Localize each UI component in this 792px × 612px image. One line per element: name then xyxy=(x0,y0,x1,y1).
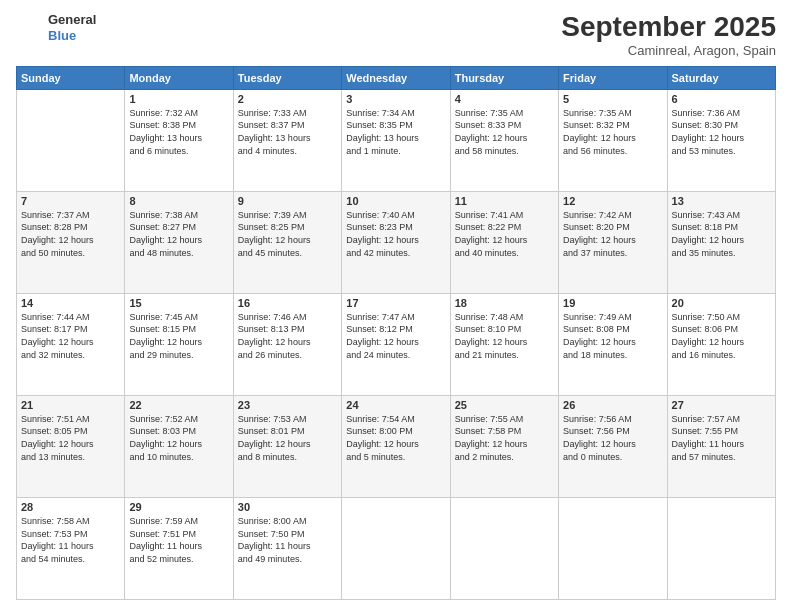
calendar-cell: 29Sunrise: 7:59 AM Sunset: 7:51 PM Dayli… xyxy=(125,497,233,599)
calendar-cell: 1Sunrise: 7:32 AM Sunset: 8:38 PM Daylig… xyxy=(125,89,233,191)
cell-info: Sunrise: 7:50 AM Sunset: 8:06 PM Dayligh… xyxy=(672,311,771,361)
cell-info: Sunrise: 7:52 AM Sunset: 8:03 PM Dayligh… xyxy=(129,413,228,463)
day-number: 15 xyxy=(129,297,228,309)
day-number: 10 xyxy=(346,195,445,207)
location: Caminreal, Aragon, Spain xyxy=(561,43,776,58)
calendar-week-1: 1Sunrise: 7:32 AM Sunset: 8:38 PM Daylig… xyxy=(17,89,776,191)
header: General Blue September 2025 Caminreal, A… xyxy=(16,12,776,58)
calendar-cell: 14Sunrise: 7:44 AM Sunset: 8:17 PM Dayli… xyxy=(17,293,125,395)
calendar-cell: 20Sunrise: 7:50 AM Sunset: 8:06 PM Dayli… xyxy=(667,293,775,395)
day-number: 18 xyxy=(455,297,554,309)
calendar-week-3: 14Sunrise: 7:44 AM Sunset: 8:17 PM Dayli… xyxy=(17,293,776,395)
day-number: 6 xyxy=(672,93,771,105)
calendar-cell: 6Sunrise: 7:36 AM Sunset: 8:30 PM Daylig… xyxy=(667,89,775,191)
calendar-cell: 11Sunrise: 7:41 AM Sunset: 8:22 PM Dayli… xyxy=(450,191,558,293)
calendar-cell: 15Sunrise: 7:45 AM Sunset: 8:15 PM Dayli… xyxy=(125,293,233,395)
day-number: 29 xyxy=(129,501,228,513)
day-number: 20 xyxy=(672,297,771,309)
cell-info: Sunrise: 7:53 AM Sunset: 8:01 PM Dayligh… xyxy=(238,413,337,463)
cell-info: Sunrise: 7:40 AM Sunset: 8:23 PM Dayligh… xyxy=(346,209,445,259)
calendar-cell xyxy=(17,89,125,191)
calendar-cell: 23Sunrise: 7:53 AM Sunset: 8:01 PM Dayli… xyxy=(233,395,341,497)
calendar-cell: 12Sunrise: 7:42 AM Sunset: 8:20 PM Dayli… xyxy=(559,191,667,293)
day-number: 17 xyxy=(346,297,445,309)
calendar-cell: 18Sunrise: 7:48 AM Sunset: 8:10 PM Dayli… xyxy=(450,293,558,395)
day-number: 4 xyxy=(455,93,554,105)
cell-info: Sunrise: 7:51 AM Sunset: 8:05 PM Dayligh… xyxy=(21,413,120,463)
calendar-week-5: 28Sunrise: 7:58 AM Sunset: 7:53 PM Dayli… xyxy=(17,497,776,599)
day-number: 26 xyxy=(563,399,662,411)
day-number: 1 xyxy=(129,93,228,105)
logo-line1: General xyxy=(48,12,96,28)
calendar-cell: 2Sunrise: 7:33 AM Sunset: 8:37 PM Daylig… xyxy=(233,89,341,191)
calendar-cell: 3Sunrise: 7:34 AM Sunset: 8:35 PM Daylig… xyxy=(342,89,450,191)
calendar-cell xyxy=(559,497,667,599)
day-number: 13 xyxy=(672,195,771,207)
day-header-saturday: Saturday xyxy=(667,66,775,89)
calendar-table: SundayMondayTuesdayWednesdayThursdayFrid… xyxy=(16,66,776,600)
cell-info: Sunrise: 7:42 AM Sunset: 8:20 PM Dayligh… xyxy=(563,209,662,259)
day-header-sunday: Sunday xyxy=(17,66,125,89)
calendar-cell: 30Sunrise: 8:00 AM Sunset: 7:50 PM Dayli… xyxy=(233,497,341,599)
title-block: September 2025 Caminreal, Aragon, Spain xyxy=(561,12,776,58)
cell-info: Sunrise: 7:37 AM Sunset: 8:28 PM Dayligh… xyxy=(21,209,120,259)
cell-info: Sunrise: 7:45 AM Sunset: 8:15 PM Dayligh… xyxy=(129,311,228,361)
cell-info: Sunrise: 7:47 AM Sunset: 8:12 PM Dayligh… xyxy=(346,311,445,361)
calendar-cell: 16Sunrise: 7:46 AM Sunset: 8:13 PM Dayli… xyxy=(233,293,341,395)
day-number: 5 xyxy=(563,93,662,105)
calendar-cell: 24Sunrise: 7:54 AM Sunset: 8:00 PM Dayli… xyxy=(342,395,450,497)
cell-info: Sunrise: 7:44 AM Sunset: 8:17 PM Dayligh… xyxy=(21,311,120,361)
day-number: 7 xyxy=(21,195,120,207)
day-number: 9 xyxy=(238,195,337,207)
calendar-cell: 22Sunrise: 7:52 AM Sunset: 8:03 PM Dayli… xyxy=(125,395,233,497)
cell-info: Sunrise: 7:54 AM Sunset: 8:00 PM Dayligh… xyxy=(346,413,445,463)
calendar-cell: 13Sunrise: 7:43 AM Sunset: 8:18 PM Dayli… xyxy=(667,191,775,293)
day-number: 19 xyxy=(563,297,662,309)
day-number: 24 xyxy=(346,399,445,411)
calendar-cell xyxy=(342,497,450,599)
calendar-header-row: SundayMondayTuesdayWednesdayThursdayFrid… xyxy=(17,66,776,89)
cell-info: Sunrise: 7:56 AM Sunset: 7:56 PM Dayligh… xyxy=(563,413,662,463)
calendar-cell: 21Sunrise: 7:51 AM Sunset: 8:05 PM Dayli… xyxy=(17,395,125,497)
cell-info: Sunrise: 7:38 AM Sunset: 8:27 PM Dayligh… xyxy=(129,209,228,259)
calendar-week-4: 21Sunrise: 7:51 AM Sunset: 8:05 PM Dayli… xyxy=(17,395,776,497)
day-number: 12 xyxy=(563,195,662,207)
day-number: 23 xyxy=(238,399,337,411)
cell-info: Sunrise: 7:35 AM Sunset: 8:32 PM Dayligh… xyxy=(563,107,662,157)
cell-info: Sunrise: 7:41 AM Sunset: 8:22 PM Dayligh… xyxy=(455,209,554,259)
logo-text: General Blue xyxy=(48,12,96,43)
cell-info: Sunrise: 7:48 AM Sunset: 8:10 PM Dayligh… xyxy=(455,311,554,361)
calendar-cell xyxy=(450,497,558,599)
day-number: 2 xyxy=(238,93,337,105)
cell-info: Sunrise: 7:33 AM Sunset: 8:37 PM Dayligh… xyxy=(238,107,337,157)
cell-info: Sunrise: 7:35 AM Sunset: 8:33 PM Dayligh… xyxy=(455,107,554,157)
day-number: 28 xyxy=(21,501,120,513)
day-header-tuesday: Tuesday xyxy=(233,66,341,89)
day-number: 14 xyxy=(21,297,120,309)
cell-info: Sunrise: 7:39 AM Sunset: 8:25 PM Dayligh… xyxy=(238,209,337,259)
day-header-friday: Friday xyxy=(559,66,667,89)
day-number: 11 xyxy=(455,195,554,207)
day-number: 27 xyxy=(672,399,771,411)
calendar-cell: 17Sunrise: 7:47 AM Sunset: 8:12 PM Dayli… xyxy=(342,293,450,395)
cell-info: Sunrise: 7:32 AM Sunset: 8:38 PM Dayligh… xyxy=(129,107,228,157)
cell-info: Sunrise: 7:55 AM Sunset: 7:58 PM Dayligh… xyxy=(455,413,554,463)
day-header-thursday: Thursday xyxy=(450,66,558,89)
cell-info: Sunrise: 7:58 AM Sunset: 7:53 PM Dayligh… xyxy=(21,515,120,565)
cell-info: Sunrise: 7:49 AM Sunset: 8:08 PM Dayligh… xyxy=(563,311,662,361)
calendar-cell: 27Sunrise: 7:57 AM Sunset: 7:55 PM Dayli… xyxy=(667,395,775,497)
calendar-cell: 19Sunrise: 7:49 AM Sunset: 8:08 PM Dayli… xyxy=(559,293,667,395)
calendar-cell: 5Sunrise: 7:35 AM Sunset: 8:32 PM Daylig… xyxy=(559,89,667,191)
day-number: 25 xyxy=(455,399,554,411)
logo: General Blue xyxy=(16,12,96,43)
cell-info: Sunrise: 7:57 AM Sunset: 7:55 PM Dayligh… xyxy=(672,413,771,463)
calendar-cell: 28Sunrise: 7:58 AM Sunset: 7:53 PM Dayli… xyxy=(17,497,125,599)
logo-line2: Blue xyxy=(48,28,76,43)
cell-info: Sunrise: 7:34 AM Sunset: 8:35 PM Dayligh… xyxy=(346,107,445,157)
calendar-week-2: 7Sunrise: 7:37 AM Sunset: 8:28 PM Daylig… xyxy=(17,191,776,293)
calendar-cell: 4Sunrise: 7:35 AM Sunset: 8:33 PM Daylig… xyxy=(450,89,558,191)
logo-icon xyxy=(16,14,44,42)
month-title: September 2025 xyxy=(561,12,776,43)
day-number: 30 xyxy=(238,501,337,513)
cell-info: Sunrise: 7:59 AM Sunset: 7:51 PM Dayligh… xyxy=(129,515,228,565)
